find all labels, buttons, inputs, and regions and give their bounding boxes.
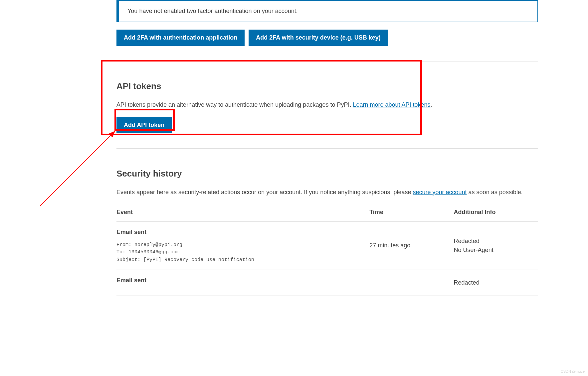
add-2fa-app-button[interactable]: Add 2FA with authentication application	[116, 30, 245, 46]
twofa-callout: You have not enabled two factor authenti…	[116, 0, 538, 22]
security-history-heading: Security history	[116, 167, 538, 180]
api-tokens-description: API tokens provide an alternative way to…	[116, 100, 538, 110]
abbr-2fa: 2FA	[269, 34, 280, 41]
api-tokens-heading: API tokens	[116, 80, 538, 93]
twofa-callout-text: You have not enabled two factor authenti…	[127, 8, 298, 14]
secure-account-link[interactable]: secure your account	[413, 189, 467, 195]
abbr-2fa: 2FA	[137, 34, 148, 41]
twofa-button-row: Add 2FA with authentication application …	[116, 30, 538, 46]
security-history-description: Events appear here as security-related a…	[116, 188, 538, 197]
annotation-arrow	[33, 130, 120, 216]
col-header-event: Event	[116, 204, 369, 222]
add-api-token-button[interactable]: Add API token	[116, 117, 172, 133]
col-header-time: Time	[369, 204, 454, 222]
table-row: Email sent Redacted	[116, 270, 538, 296]
api-tokens-section: API tokens API tokens provide an alterna…	[116, 62, 538, 148]
add-2fa-device-button[interactable]: Add 2FA with security device (e.g. USB k…	[249, 30, 388, 46]
table-row: Email sent From: noreply@pypi.org To: 13…	[116, 221, 538, 270]
learn-more-api-tokens-link[interactable]: Learn more about API tokens	[353, 101, 430, 108]
security-history-table: Event Time Additional Info Email sent Fr…	[116, 204, 538, 296]
svg-line-1	[40, 131, 115, 206]
event-info: Redacted No User-Agent	[454, 221, 538, 270]
event-title: Email sent	[116, 276, 369, 285]
event-title: Email sent	[116, 228, 369, 237]
event-info: Redacted	[454, 270, 538, 296]
event-time	[369, 270, 454, 296]
event-detail: From: noreply@pypi.org To: 1304530046@qq…	[116, 241, 369, 264]
security-history-section: Security history Events appear here as s…	[116, 149, 538, 311]
event-time: 27 minutes ago	[369, 221, 454, 270]
col-header-info: Additional Info	[454, 204, 538, 222]
